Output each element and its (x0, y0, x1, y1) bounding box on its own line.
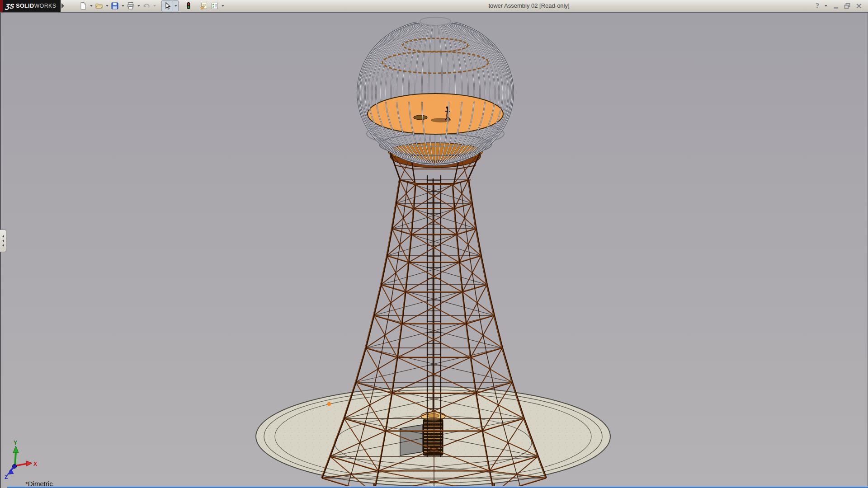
brand-works: WORKS (34, 3, 56, 9)
electrode-dome-cage[interactable] (357, 15, 514, 165)
open-folder-icon (95, 2, 103, 10)
tower-assembly-model[interactable]: Y X Z (0, 0, 868, 488)
select-cursor-icon (163, 2, 171, 10)
titlebar: ƷS SOLIDWORKS (0, 0, 868, 13)
solidworks-logo: ƷS SOLIDWORKS (0, 0, 61, 12)
help-dropdown[interactable] (823, 1, 828, 11)
undo-dropdown[interactable] (152, 1, 157, 11)
feature-tree-collapsed-tab[interactable] (0, 230, 6, 252)
undo-button[interactable] (141, 1, 152, 11)
window-title: tower Assembly 02 [Read-only] (190, 0, 868, 12)
chevron-left-icon (2, 239, 4, 242)
window-controls: ? (816, 0, 863, 12)
logo-accent-bar (0, 0, 3, 12)
close-icon (855, 2, 863, 9)
undo-icon (142, 2, 151, 10)
save-button[interactable] (109, 1, 120, 11)
print-dropdown[interactable] (136, 1, 141, 11)
brand-solid: SOLID (16, 3, 34, 9)
triad-x-label: X (33, 461, 37, 467)
new-document-dropdown[interactable] (89, 1, 94, 11)
restore-icon (844, 2, 851, 9)
print-button[interactable] (125, 1, 136, 11)
triad-z-label: Z (5, 474, 8, 480)
triad-y-label: Y (14, 440, 17, 446)
save-icon (111, 2, 119, 10)
new-document-icon (79, 2, 87, 10)
bottom-edge-strip (7, 486, 868, 488)
reference-triad: Y X Z (5, 440, 37, 480)
select-button[interactable] (161, 0, 173, 11)
close-button[interactable] (855, 2, 863, 9)
new-document-button[interactable] (78, 1, 89, 11)
chevron-left-icon (2, 235, 4, 238)
open-button[interactable] (94, 1, 104, 11)
minimize-icon (832, 2, 840, 9)
restore-button[interactable] (844, 2, 851, 9)
open-dropdown[interactable] (104, 1, 109, 11)
print-icon (127, 2, 135, 10)
solidworks-window: ƷS SOLIDWORKS (0, 0, 868, 488)
logo-flyout-arrow[interactable] (61, 3, 64, 9)
help-button[interactable]: ? (816, 2, 819, 10)
select-dropdown[interactable] (173, 0, 179, 11)
minimize-button[interactable] (832, 2, 840, 9)
save-dropdown[interactable] (120, 1, 125, 11)
brand-glyph: ƷS (5, 2, 15, 10)
chevron-left-icon (2, 244, 4, 247)
